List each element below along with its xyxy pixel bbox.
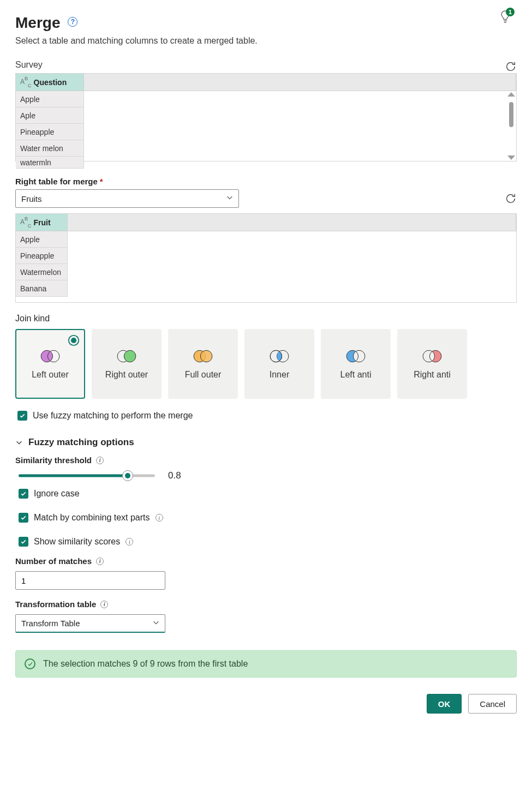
help-icon[interactable]: ?	[68, 17, 77, 27]
table-cell[interactable]: Aple	[16, 107, 84, 124]
join-kind-options: Left outer Right outer Full outer Inner	[15, 329, 517, 399]
grid-header-empty	[68, 214, 516, 231]
join-label: Left anti	[340, 370, 372, 380]
num-matches-label: Number of matches i	[15, 556, 517, 566]
join-left-anti[interactable]: Left anti	[321, 329, 391, 399]
text-type-icon: ABC	[20, 217, 32, 227]
info-icon[interactable]: i	[96, 457, 104, 464]
scroll-up-icon[interactable]	[507, 92, 515, 97]
status-bar: The selection matches 9 of 9 rows from t…	[15, 650, 517, 678]
right-table-label: Right table for merge*	[15, 177, 517, 186]
text-type-icon: ABC	[20, 77, 32, 87]
table-cell[interactable]: Apple	[16, 231, 68, 248]
chevron-down-icon	[15, 439, 23, 446]
similarity-label: Similarity threshold i	[15, 456, 517, 465]
table-cell[interactable]: watermln	[16, 157, 84, 169]
svg-point-5	[124, 350, 135, 362]
info-icon[interactable]: i	[100, 601, 108, 608]
svg-point-1	[71, 338, 76, 343]
info-icon[interactable]: i	[125, 538, 133, 546]
combine-parts-checkbox[interactable]	[19, 513, 28, 523]
join-label: Right outer	[105, 370, 148, 380]
right-column-header-text: Fruit	[34, 218, 51, 227]
table-cell[interactable]: Pineapple	[16, 248, 68, 264]
join-label: Left outer	[32, 370, 69, 380]
table-cell[interactable]: Water melon	[16, 140, 84, 157]
join-right-anti[interactable]: Right anti	[397, 329, 467, 399]
fuzzy-options-expander[interactable]: Fuzzy matching options	[15, 437, 517, 448]
refresh-icon[interactable]	[505, 193, 517, 205]
num-matches-input[interactable]	[15, 571, 165, 590]
right-table-select[interactable]: Fruits	[15, 189, 239, 208]
ok-button[interactable]: OK	[427, 694, 462, 714]
join-left-outer[interactable]: Left outer	[15, 329, 85, 399]
transform-table-label: Transformation table i	[15, 600, 517, 609]
transform-table-select[interactable]: Transform Table	[15, 614, 165, 633]
join-right-outer[interactable]: Right outer	[92, 329, 162, 399]
success-icon	[25, 658, 35, 669]
table-cell[interactable]: Apple	[16, 91, 84, 107]
left-column-header-text: Question	[34, 78, 67, 87]
join-label: Right anti	[414, 370, 451, 380]
join-label: Full outer	[185, 370, 222, 380]
scroll-down-icon[interactable]	[507, 155, 515, 160]
join-inner[interactable]: Inner	[244, 329, 314, 399]
status-text: The selection matches 9 of 9 rows from t…	[43, 659, 248, 669]
ignore-case-label: Ignore case	[34, 489, 80, 499]
cancel-button[interactable]: Cancel	[468, 694, 517, 714]
lightbulb-hint-icon[interactable]: 1	[499, 10, 511, 26]
similarity-value: 0.8	[168, 470, 181, 481]
left-table-label: Survey	[15, 60, 43, 70]
right-column-header[interactable]: ABC Fruit	[16, 214, 68, 231]
scrollbar[interactable]	[507, 92, 515, 160]
table-cell[interactable]: Banana	[16, 280, 68, 297]
show-scores-label: Show similarity scores	[34, 537, 120, 547]
info-icon[interactable]: i	[96, 558, 104, 565]
left-column-header[interactable]: ABC Question	[16, 74, 84, 91]
fuzzy-options-title: Fuzzy matching options	[28, 437, 134, 448]
fuzzy-matching-checkbox[interactable]	[17, 411, 27, 421]
page-title: Merge	[15, 14, 60, 32]
combine-parts-label: Match by combining text parts	[34, 513, 150, 523]
refresh-icon[interactable]	[505, 61, 517, 73]
svg-point-7	[200, 350, 212, 362]
right-table-grid[interactable]: ABC Fruit Apple Pineapple Watermelon Ban…	[15, 213, 517, 303]
fuzzy-matching-label: Use fuzzy matching to perform the merge	[33, 411, 193, 421]
page-subtitle: Select a table and matching columns to c…	[15, 36, 517, 46]
join-kind-label: Join kind	[15, 314, 517, 323]
left-table-grid[interactable]: ABC Question Apple Aple Pineapple Water …	[15, 73, 517, 161]
hint-badge: 1	[506, 8, 515, 16]
scroll-thumb[interactable]	[509, 102, 513, 127]
show-scores-checkbox[interactable]	[19, 537, 28, 547]
grid-header-empty	[84, 74, 516, 91]
info-icon[interactable]: i	[156, 514, 163, 522]
table-cell[interactable]: Pineapple	[16, 124, 84, 140]
join-label: Inner	[270, 370, 289, 380]
join-full-outer[interactable]: Full outer	[168, 329, 238, 399]
table-cell[interactable]: Watermelon	[16, 264, 68, 280]
svg-point-2	[41, 350, 52, 362]
similarity-slider[interactable]	[19, 470, 155, 481]
ignore-case-checkbox[interactable]	[19, 489, 28, 499]
